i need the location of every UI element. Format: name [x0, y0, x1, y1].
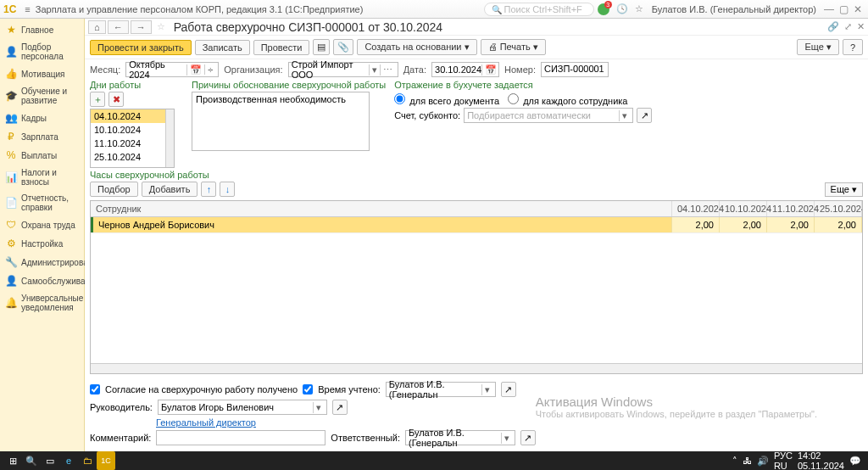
close-icon[interactable]: ✕: [854, 3, 862, 15]
sidebar-item-main[interactable]: ★Главное: [0, 20, 84, 39]
calendar-icon[interactable]: 📅: [186, 64, 204, 76]
comment-field[interactable]: [156, 430, 326, 445]
sidebar-item-notif[interactable]: 🔔Универсальные уведомления: [0, 290, 84, 316]
resp-field[interactable]: Булатов И.В. (Генеральн▾: [405, 430, 515, 445]
days-list[interactable]: 04.10.2024 10.10.2024 11.10.2024 25.10.2…: [90, 109, 175, 168]
number-field[interactable]: СИЗП-000001: [541, 62, 609, 77]
cell-hours[interactable]: 2,00: [767, 217, 815, 232]
col-date[interactable]: 11.10.2024: [767, 201, 815, 216]
sidebar-item-motivation[interactable]: 👍Мотивация: [0, 64, 84, 83]
col-date[interactable]: 10.10.2024: [720, 201, 767, 216]
1c-icon[interactable]: 1C: [97, 451, 115, 470]
sidebar-item-self[interactable]: 👤Самообслуживание: [0, 271, 84, 290]
sidebar-item-admin[interactable]: 🔧Администрирование: [0, 253, 84, 271]
lang-indicator[interactable]: РУСRU: [774, 450, 793, 470]
help-button[interactable]: ?: [843, 39, 863, 55]
self-icon: 👤: [5, 275, 17, 287]
notifications-button[interactable]: 💬: [849, 456, 861, 467]
date-field[interactable]: 30.10.2024📅: [431, 62, 499, 77]
consent-checkbox[interactable]: [90, 384, 100, 394]
minimize-icon[interactable]: —: [824, 3, 834, 15]
global-search[interactable]: 🔍 Поиск Ctrl+Shift+F: [484, 3, 594, 16]
account-field[interactable]: Подбирается автоматически▾: [464, 108, 633, 123]
home-button[interactable]: ⌂: [88, 20, 106, 34]
attach-icon[interactable]: 📎: [333, 39, 353, 55]
maximize-icon[interactable]: ▢: [839, 3, 849, 15]
add-day-button[interactable]: ＋: [90, 92, 105, 107]
month-field[interactable]: Октябрь 2024📅÷: [125, 62, 219, 77]
sidebar-item-reports[interactable]: 📄Отчетность, справки: [0, 190, 84, 215]
explorer-icon[interactable]: 🗀: [78, 451, 97, 470]
sidebar-item-settings[interactable]: ⚙Настройка: [0, 234, 84, 253]
head-role-link[interactable]: Генеральный директор: [156, 417, 256, 428]
start-button[interactable]: ⊞: [3, 451, 22, 470]
post-close-button[interactable]: Провести и закрыть: [90, 40, 192, 55]
cell-hours[interactable]: 2,00: [815, 217, 862, 232]
clock[interactable]: 14:0205.11.2024: [798, 450, 844, 470]
more-button[interactable]: Еще ▾: [797, 39, 838, 55]
notifications-icon[interactable]: [598, 3, 609, 15]
link-icon[interactable]: 🔗: [827, 21, 839, 32]
open-person-button[interactable]: ↗: [501, 382, 516, 397]
sidebar-item-taxes[interactable]: 📊Налоги и взносы: [0, 165, 84, 190]
table-row[interactable]: Чернов Андрей Борисович 2,00 2,00 2,00 2…: [91, 217, 862, 233]
cell-hours[interactable]: 2,00: [672, 217, 720, 232]
sidebar-item-salary[interactable]: ₽Зарплата: [0, 127, 84, 146]
col-date[interactable]: 04.10.2024: [672, 201, 720, 216]
day-row[interactable]: 10.10.2024: [91, 123, 174, 137]
time-person-field[interactable]: Булатов И.В. (Генеральн▾: [386, 382, 496, 397]
scrollbar[interactable]: [165, 109, 174, 167]
day-row[interactable]: 25.10.2024: [91, 150, 174, 164]
move-down-button[interactable]: ↓: [220, 182, 235, 197]
radio-each-emp[interactable]: для каждого сотрудника: [508, 93, 627, 106]
list-icon[interactable]: ▤: [313, 39, 330, 55]
open-account-button[interactable]: ↗: [637, 108, 652, 123]
radio-all-doc[interactable]: для всего документа: [394, 93, 499, 106]
forward-button[interactable]: →: [131, 20, 152, 34]
save-button[interactable]: Записать: [195, 40, 250, 55]
post-button[interactable]: Провести: [253, 40, 310, 55]
back-button[interactable]: ←: [108, 20, 129, 34]
current-user[interactable]: Булатов И.В. (Генеральный директор): [652, 4, 816, 14]
day-row[interactable]: 11.10.2024: [91, 137, 174, 150]
cell-employee[interactable]: Чернов Андрей Борисович: [91, 217, 672, 232]
create-based-button[interactable]: Создать на основании ▾: [357, 39, 476, 55]
org-field[interactable]: Строй Импорт ООО▾⋯: [288, 62, 398, 77]
expand-icon[interactable]: ⤢: [844, 21, 852, 32]
sidebar-item-payments[interactable]: %Выплаты: [0, 146, 84, 165]
edge-icon[interactable]: e: [59, 451, 78, 470]
tray-up-icon[interactable]: ˄: [732, 456, 737, 467]
star-icon[interactable]: ☆: [157, 21, 165, 32]
h-scrollbar[interactable]: [91, 363, 862, 373]
favorite-icon[interactable]: ☆: [635, 3, 643, 14]
search-button[interactable]: 🔍: [22, 451, 41, 470]
org-label: Организация:: [224, 64, 282, 75]
tray-network-icon[interactable]: 🖧: [743, 456, 752, 466]
print-button[interactable]: 🖨 Печать ▾: [481, 39, 546, 55]
doc-icon: 📄: [5, 197, 17, 209]
remove-day-button[interactable]: ✖: [108, 92, 124, 107]
col-date[interactable]: 25.10.2024: [815, 201, 862, 216]
menu-icon[interactable]: ≡: [25, 4, 30, 14]
tray-sound-icon[interactable]: 🔊: [757, 456, 769, 467]
move-up-button[interactable]: ↑: [201, 182, 216, 197]
reasons-field[interactable]: Производственная необходимость: [192, 92, 370, 151]
table-more-button[interactable]: Еще ▾: [825, 182, 863, 197]
sidebar-item-hr[interactable]: 👥Кадры: [0, 109, 84, 127]
cell-hours[interactable]: 2,00: [720, 217, 767, 232]
open-resp-button[interactable]: ↗: [520, 430, 536, 445]
open-head-button[interactable]: ↗: [332, 400, 348, 415]
head-field[interactable]: Булатов Игорь Виленович▾: [158, 400, 327, 415]
close-tab-icon[interactable]: ✕: [857, 21, 865, 32]
pick-button[interactable]: Подбор: [90, 182, 138, 197]
day-row[interactable]: 04.10.2024: [91, 109, 174, 123]
sidebar-item-recruit[interactable]: 👤Подбор персонала: [0, 39, 84, 64]
time-checkbox[interactable]: [303, 384, 313, 394]
add-button[interactable]: Добавить: [142, 182, 198, 197]
calendar-icon[interactable]: 📅: [481, 64, 499, 76]
sidebar-item-safety[interactable]: 🛡Охрана труда: [0, 215, 84, 234]
taskview-button[interactable]: ▭: [41, 451, 59, 470]
sidebar-item-training[interactable]: 🎓Обучение и развитие: [0, 83, 84, 109]
history-icon[interactable]: 🕓: [616, 3, 628, 14]
col-employee[interactable]: Сотрудник: [91, 201, 672, 216]
